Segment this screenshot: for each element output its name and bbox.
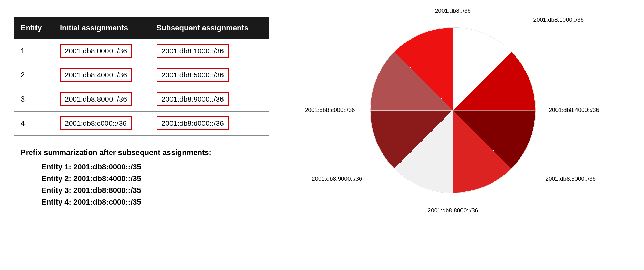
entity-cell: 3 — [14, 87, 53, 111]
subsequent-cell: 2001:db8:1000::/36 — [150, 39, 269, 63]
pie-label-7: 2001:db8:c000::/36 — [305, 107, 355, 114]
pie-label-6: 2001:db8:9000::/36 — [312, 176, 362, 183]
table-row: 2 2001:db8:4000::/36 2001:db8:5000::/36 — [14, 63, 269, 87]
summary-item: Entity 3: 2001:db8:8000::/35 — [21, 186, 276, 195]
initial-value: 2001:db8:c000::/36 — [60, 116, 132, 130]
pie-label-1: 2001:db8::/36 — [435, 8, 471, 14]
pie-chart — [353, 10, 553, 210]
pie-label-2: 2001:db8:1000::/36 — [533, 17, 584, 23]
subsequent-value: 2001:db8:1000::/36 — [157, 44, 229, 58]
subsequent-cell: 2001:db8:d000::/36 — [150, 111, 269, 135]
left-section: Entity Initial assignments Subsequent as… — [14, 10, 276, 209]
initial-value: 2001:db8:8000::/36 — [60, 92, 132, 106]
table-row: 4 2001:db8:c000::/36 2001:db8:d000::/36 — [14, 111, 269, 135]
initial-value: 2001:db8:0000::/36 — [60, 44, 132, 58]
table-row: 1 2001:db8:0000::/36 2001:db8:1000::/36 — [14, 39, 269, 63]
entity-cell: 1 — [14, 39, 53, 63]
col-subsequent: Subsequent assignments — [150, 17, 269, 39]
summary-title: Prefix summarization after subsequent as… — [21, 148, 276, 157]
subsequent-value: 2001:db8:9000::/36 — [157, 92, 229, 106]
summary-item: Entity 4: 2001:db8:c000::/35 — [21, 198, 276, 207]
table-row: 3 2001:db8:8000::/36 2001:db8:9000::/36 — [14, 87, 269, 111]
initial-cell: 2001:db8:8000::/36 — [53, 87, 150, 111]
initial-cell: 2001:db8:4000::/36 — [53, 63, 150, 87]
pie-label-5: 2001:db8:8000::/36 — [428, 207, 478, 214]
subsequent-cell: 2001:db8:9000::/36 — [150, 87, 269, 111]
summary-section: Prefix summarization after subsequent as… — [14, 148, 276, 207]
initial-cell: 2001:db8:c000::/36 — [53, 111, 150, 135]
col-initial: Initial assignments — [53, 17, 150, 39]
summary-item: Entity 1: 2001:db8:0000::/35 — [21, 163, 276, 172]
assignments-table: Entity Initial assignments Subsequent as… — [14, 17, 269, 136]
subsequent-cell: 2001:db8:5000::/36 — [150, 63, 269, 87]
entity-cell: 2 — [14, 63, 53, 87]
subsequent-value: 2001:db8:d000::/36 — [157, 116, 229, 130]
pie-label-4: 2001:db8:5000::/36 — [545, 176, 596, 183]
initial-cell: 2001:db8:0000::/36 — [53, 39, 150, 63]
subsequent-value: 2001:db8:5000::/36 — [157, 68, 229, 82]
table-wrapper: Entity Initial assignments Subsequent as… — [14, 17, 269, 136]
pie-container: 2001:db8::/36 2001:db8:1000::/36 2001:db… — [353, 10, 553, 210]
pie-label-3: 2001:db8:4000::/36 — [549, 107, 599, 114]
col-entity: Entity — [14, 17, 53, 39]
initial-value: 2001:db8:4000::/36 — [60, 68, 132, 82]
entity-cell: 4 — [14, 111, 53, 135]
right-section: 2001:db8::/36 2001:db8:1000::/36 2001:db… — [276, 10, 630, 210]
summary-item: Entity 2: 2001:db8:4000::/35 — [21, 174, 276, 183]
